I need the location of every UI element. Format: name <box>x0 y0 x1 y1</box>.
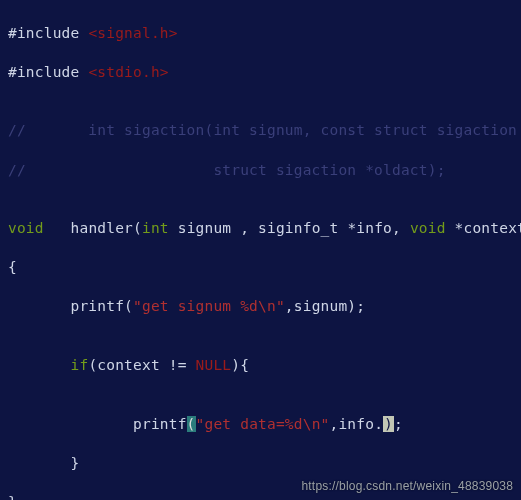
tok-ident: printf <box>8 416 187 432</box>
tok-header: <signal.h> <box>88 25 177 41</box>
tok-func: handler <box>71 220 134 236</box>
tok-ident: printf( <box>8 298 133 314</box>
tok-ident: *context) <box>446 220 521 236</box>
code-block[interactable]: #include <signal.h> #include <stdio.h> /… <box>0 0 521 500</box>
tok-space <box>8 357 71 373</box>
tok-punct: ( <box>133 220 142 236</box>
code-line: #include <stdio.h> <box>8 63 513 83</box>
tok-ident: ,info. <box>330 416 384 432</box>
code-line: #include <signal.h> <box>8 24 513 44</box>
code-line: if(context != NULL){ <box>8 356 513 376</box>
tok-keyword: void <box>8 220 44 236</box>
tok-ident: (context != <box>88 357 195 373</box>
text-cursor: ) <box>383 416 394 432</box>
code-line: printf("get signum %d\n",signum); <box>8 297 513 317</box>
tok-keyword: int <box>142 220 169 236</box>
code-line: { <box>8 258 513 278</box>
matching-paren: ( <box>187 416 196 432</box>
watermark-text: https://blog.csdn.net/weixin_48839038 <box>301 478 513 494</box>
tok-ident: ,signum); <box>285 298 365 314</box>
code-comment: // int sigaction(int signum, const struc… <box>8 121 513 141</box>
tok-punct: ; <box>394 416 403 432</box>
tok-string: "get signum %d\n" <box>133 298 285 314</box>
tok-header: <stdio.h> <box>88 64 168 80</box>
code-line: printf("get data=%d\n",info.); <box>8 415 513 435</box>
code-comment: // struct sigaction *oldact); <box>8 161 513 181</box>
tok-punct: ){ <box>231 357 249 373</box>
tok-preproc: #include <box>8 64 88 80</box>
tok-keyword: void <box>410 220 446 236</box>
tok-ident: signum , siginfo_t *info, <box>169 220 410 236</box>
tok-keyword: if <box>71 357 89 373</box>
tok-preproc: #include <box>8 25 88 41</box>
tok-null: NULL <box>196 357 232 373</box>
code-line: } <box>8 454 513 474</box>
code-line: void handler(int signum , siginfo_t *inf… <box>8 219 513 239</box>
tok-space <box>44 220 71 236</box>
code-line: } <box>8 493 513 500</box>
tok-string: "get data=%d\n" <box>196 416 330 432</box>
